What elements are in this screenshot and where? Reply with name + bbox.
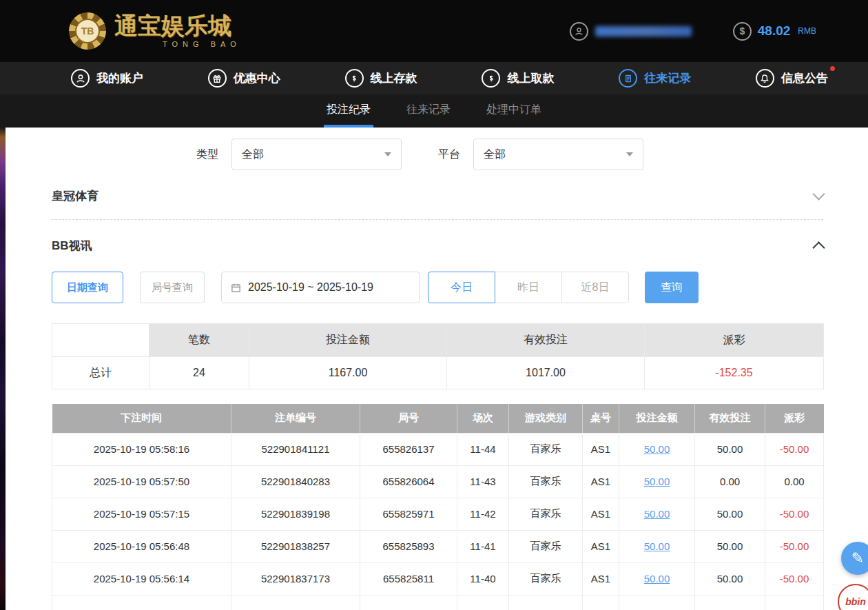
- cell-game: 百家乐: [509, 562, 583, 595]
- cell-payout: 0.00: [765, 465, 824, 498]
- nav-label: 我的账户: [96, 70, 143, 86]
- summary-header-row: 笔数 投注金额 有效投注 派彩: [52, 324, 824, 357]
- platform-select-value: 全部: [484, 148, 506, 162]
- yesterday-button[interactable]: 昨日: [495, 272, 562, 303]
- main-content: 类型 全部 平台 全部 皇冠体育 BB视讯 日期查询 局号查询 2025-10-…: [0, 128, 868, 610]
- balance-currency: RMB: [798, 26, 816, 36]
- calendar-icon: [230, 282, 242, 294]
- bet-records-table: 下注时间 注单编号 局号 场次 游戏类别 桌号 投注金额 有效投注 派彩 202…: [52, 404, 824, 610]
- balance-amount: 48.02: [758, 23, 791, 39]
- cell-time: 2025-10-19 05:58:16: [52, 433, 231, 465]
- cell-table: AS1: [583, 530, 619, 562]
- background-edge-strip: [0, 128, 6, 610]
- bet-amount-link[interactable]: 50.00: [644, 476, 670, 487]
- date-range-value: 2025-10-19 ~ 2025-10-19: [248, 281, 373, 294]
- tab-processing-orders[interactable]: 处理中订单: [484, 94, 544, 128]
- bet-amount-link[interactable]: 50.00: [644, 540, 670, 552]
- section-title: BB视讯: [52, 238, 92, 254]
- cell-round: 655826064: [360, 465, 457, 498]
- cell-payout: -50.00: [765, 530, 824, 562]
- col-valid-bet: 有效投注: [695, 404, 765, 433]
- bet-amount-link[interactable]: 50.00: [644, 508, 670, 520]
- user-icon: [71, 69, 90, 88]
- platform-select[interactable]: 全部: [473, 139, 643, 170]
- type-select[interactable]: 全部: [231, 139, 402, 170]
- bet-amount-link[interactable]: 50.00: [644, 443, 670, 455]
- summary-header-bet: 投注金额: [249, 324, 447, 357]
- chevron-up-icon[interactable]: [812, 241, 825, 254]
- brand-latin: TONG BAO: [114, 41, 241, 48]
- cell-round: 655826137: [360, 433, 457, 465]
- bet-amount-link[interactable]: 50.00: [644, 573, 670, 584]
- brand-logo[interactable]: TB 通宝娱乐城 TONG BAO: [69, 12, 241, 50]
- table-row: 2025-10-19 05:58:16 522901841121 6558261…: [52, 433, 824, 465]
- cell-table: AS1: [583, 433, 619, 465]
- user-account-area[interactable]: [570, 22, 692, 41]
- cell-time: 2025-10-19 05:56:48: [52, 530, 231, 562]
- nav-item-records[interactable]: 往来记录: [619, 69, 691, 88]
- cell-bet-id: 522901838257: [231, 530, 360, 562]
- cell-session: 11-42: [457, 498, 509, 530]
- nav-item-withdraw[interactable]: 线上取款: [482, 69, 554, 88]
- chevron-down-icon: [626, 152, 633, 156]
- chevron-down-icon[interactable]: [812, 187, 825, 200]
- table-header-row: 下注时间 注单编号 局号 场次 游戏类别 桌号 投注金额 有效投注 派彩: [52, 404, 824, 433]
- query-controls: 日期查询 局号查询 2025-10-19 ~ 2025-10-19 今日 昨日 …: [52, 272, 823, 303]
- cell-valid: 0.00: [695, 465, 765, 498]
- header-right: $ 48.02 RMB: [570, 22, 816, 41]
- date-range-input[interactable]: 2025-10-19 ~ 2025-10-19: [221, 272, 420, 303]
- cell-bet-id: 522901841121: [231, 433, 360, 465]
- nav-label: 往来记录: [644, 70, 691, 86]
- cell-game: 百家乐: [509, 433, 583, 465]
- col-table: 桌号: [583, 404, 619, 433]
- last-8-days-button[interactable]: 近8日: [561, 272, 629, 303]
- nav-label: 线上取款: [507, 70, 554, 86]
- cell-bet-id: 522901839198: [231, 498, 360, 530]
- brand-text: 通宝娱乐城 TONG BAO: [114, 14, 241, 48]
- gift-icon: [208, 69, 227, 88]
- cell-payout: -50.00: [765, 498, 824, 530]
- round-query-button[interactable]: 局号查询: [140, 272, 205, 303]
- top-header: TB 通宝娱乐城 TONG BAO $ 48.02 RMB: [0, 0, 868, 62]
- section-bb-video[interactable]: BB视讯: [52, 238, 823, 254]
- chip-monogram: TB: [75, 19, 100, 43]
- table-row: 2025-10-19 05:57:15 522901839198 6558259…: [52, 498, 824, 530]
- search-button[interactable]: 查询: [645, 272, 699, 303]
- type-filter-label: 类型: [196, 148, 218, 162]
- nav-item-my-account[interactable]: 我的账户: [71, 69, 143, 88]
- cell-game: 百家乐: [509, 530, 583, 562]
- col-bet-time: 下注时间: [52, 404, 231, 433]
- today-button[interactable]: 今日: [428, 272, 495, 303]
- col-bet-amount: 投注金额: [619, 404, 695, 433]
- table-row: [52, 595, 824, 610]
- cell-table: AS1: [583, 465, 619, 498]
- cell-valid: 50.00: [695, 562, 765, 595]
- nav-item-deposit[interactable]: 线上存款: [345, 69, 417, 88]
- summary-corner-cell: [52, 324, 149, 357]
- summary-header-valid: 有效投注: [447, 324, 645, 357]
- cell-valid: 50.00: [695, 498, 765, 530]
- nav-label: 信息公告: [781, 70, 828, 86]
- nav-item-promotions[interactable]: 优惠中心: [208, 69, 280, 88]
- tab-bet-records[interactable]: 投注纪录: [324, 94, 373, 128]
- section-crown-sports[interactable]: 皇冠体育: [52, 188, 823, 204]
- cell-session: 11-40: [457, 562, 509, 595]
- nav-label: 优惠中心: [234, 70, 280, 86]
- section-title: 皇冠体育: [52, 188, 99, 204]
- cell-round: 655825811: [360, 562, 457, 595]
- nav-item-announcements[interactable]: 信息公告: [756, 69, 828, 88]
- col-session: 场次: [457, 404, 509, 433]
- receipt-icon: [619, 69, 637, 88]
- cell-payout: -50.00: [765, 433, 824, 465]
- summary-count: 24: [149, 357, 249, 389]
- tab-label: 往来记录: [406, 103, 451, 117]
- date-query-button[interactable]: 日期查询: [52, 272, 123, 303]
- cell-time: 2025-10-19 05:57:15: [52, 498, 231, 530]
- tab-label: 投注纪录: [327, 103, 371, 117]
- summary-payout: -152.35: [645, 357, 824, 389]
- summary-total-row: 总计 24 1167.00 1017.00 -152.35: [52, 357, 824, 389]
- username-redacted[interactable]: [595, 26, 692, 37]
- cell-round: 655825971: [360, 498, 457, 530]
- tab-transaction-records[interactable]: 往来记录: [404, 94, 453, 128]
- section-divider: [52, 219, 823, 220]
